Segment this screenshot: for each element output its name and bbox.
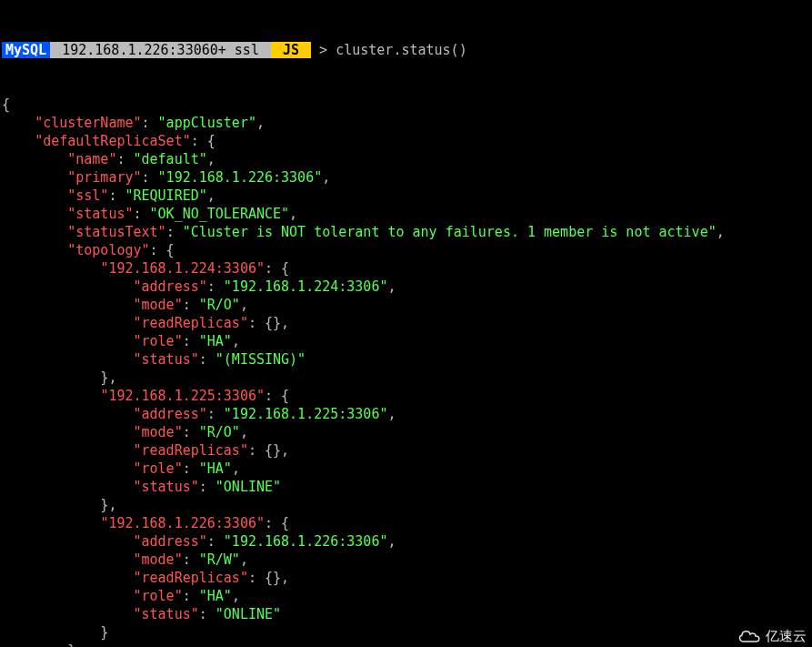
output-line: "address": "192.168.1.224:3306", [2,278,810,296]
output-line: "status": "OK_NO_TOLERANCE", [2,205,810,223]
output-line: "mode": "R/W", [2,551,810,569]
watermark-text: 亿速云 [766,627,807,645]
output-line: "status": "ONLINE" [2,478,810,496]
output-line: "role": "HA", [2,460,810,478]
output-line: "readReplicas": {}, [2,569,810,587]
output-line: "readReplicas": {}, [2,441,810,460]
output-line: "address": "192.168.1.225:3306", [2,405,810,423]
output-line: "clusterName": "appCluster", [2,114,810,132]
output-line: "mode": "R/O", [2,296,810,314]
output-line: "role": "HA", [2,587,810,605]
badge-js: JS [271,42,311,58]
output-line: "primary": "192.168.1.226:3306", [2,168,810,187]
cloud-icon [737,628,762,644]
output-line: { [2,96,810,114]
terminal[interactable]: MySQL 192.168.1.226:33060+ ssl JS > clus… [0,0,812,647]
output-line: "192.168.1.224:3306": { [2,259,810,278]
output-line: "mode": "R/O", [2,423,810,441]
output-line: "192.168.1.226:3306": { [2,514,810,532]
badge-mysql: MySQL [2,42,50,58]
output-line: "topology": { [2,241,810,259]
output-line: "status": "(MISSING)" [2,350,810,369]
output-line: } [2,642,810,647]
output-line: "ssl": "REQUIRED", [2,187,810,205]
watermark: 亿速云 [737,627,807,645]
output-line: "readReplicas": {}, [2,314,810,332]
output-line: "address": "192.168.1.226:3306", [2,532,810,551]
output-line: }, [2,369,810,387]
output-line: "defaultReplicaSet": { [2,132,810,150]
output-line: "role": "HA", [2,332,810,350]
output-line: "192.168.1.225:3306": { [2,387,810,405]
output-line: }, [2,496,810,514]
output-line: "name": "default", [2,150,810,168]
command-text: cluster.status() [336,42,467,58]
output-line: } [2,623,810,642]
badge-host: 192.168.1.226:33060+ ssl [50,42,271,58]
prompt-line: MySQL 192.168.1.226:33060+ ssl JS > clus… [2,41,810,59]
output-line: "statusText": "Cluster is NOT tolerant t… [2,223,810,241]
command-output: { "clusterName": "appCluster", "defaultR… [2,96,810,647]
output-line: "status": "ONLINE" [2,605,810,623]
prompt-gt-icon: > [311,42,336,58]
